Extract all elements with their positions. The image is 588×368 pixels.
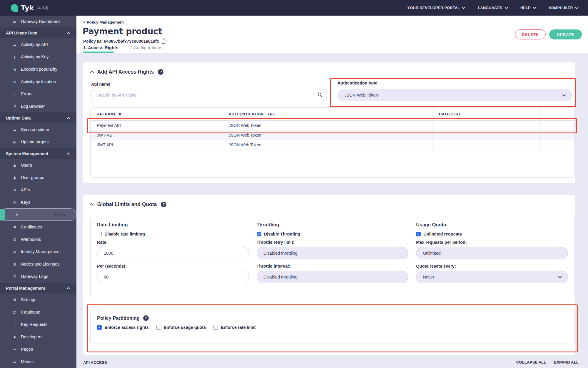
expand-all-button[interactable]: EXPAND ALL [554, 360, 579, 364]
users-icon: ♟ [12, 335, 18, 339]
sidebar-item-errors[interactable]: ☄ Errors [0, 88, 76, 100]
quota-resets-select[interactable]: Never [416, 271, 568, 283]
disable-rate-limiting-checkbox[interactable]: ✓ Disable rate limiting [97, 232, 249, 236]
active-tab-underline [83, 52, 114, 53]
delete-button[interactable]: DELETE [515, 29, 546, 39]
authentication-type-select[interactable]: JSON Web Token [338, 89, 572, 101]
api-access-section-header[interactable]: API ACCESS [83, 360, 107, 365]
sidebar-item-keys[interactable]: ⁂ Keys [0, 196, 76, 208]
rate-input[interactable] [97, 247, 249, 259]
help-icon[interactable]: ? [158, 69, 163, 75]
disable-throttling-checkbox[interactable]: ✓ Disable Throttling [257, 232, 409, 236]
page-title: Payment product [83, 26, 162, 36]
checkbox[interactable]: ✓ [97, 232, 102, 236]
sidebar-section-uptime-data[interactable]: Uptime Data [0, 112, 76, 123]
column-header-blank [540, 108, 574, 120]
sidebar-item-webhooks[interactable]: Ω Webhooks [0, 233, 76, 246]
chevron-down-icon [533, 6, 536, 9]
sidebar-item-uptime-targets[interactable]: ▤ Uptime targets [0, 136, 76, 148]
sidebar-item-log-browser[interactable]: ⚲ Log Browser [0, 100, 76, 112]
unlimited-requests-checkbox[interactable]: ✓ Unlimited requests [416, 232, 568, 236]
table-row-payment-api[interactable]: Payment API JSON Web Token [91, 121, 574, 130]
monitor-icon: ▭ [12, 19, 18, 24]
help-icon[interactable]: ? [161, 202, 166, 207]
sidebar-item-activity-by-location[interactable]: ⊕ Activity by location [0, 75, 76, 88]
sidebar-item-menus[interactable]: ≡ Menus [0, 355, 76, 368]
global-limits-card: Global Limits and Quota ? Rate Limiting … [83, 195, 575, 355]
phone-icon: ➥ [12, 250, 18, 254]
menu-admin-user[interactable]: ADMIN USER [549, 6, 578, 10]
sidebar-section-system-management[interactable]: System Management [0, 148, 76, 159]
copy-icon[interactable] [162, 39, 166, 44]
sidebar-item-gateway-logs[interactable]: ⚲ Gateway Logs [0, 270, 76, 283]
section-title: Add API Access Rights [97, 69, 154, 75]
throttle-interval-label: Throttle interval: [257, 264, 409, 268]
sidebar-item-gateway-dashboard[interactable]: ▭ Gateway Dashboard [0, 16, 76, 27]
sidebar-item-nodes-and-licenses[interactable]: ♜ Nodes and Licenses [0, 258, 76, 270]
tab-access-rights[interactable]: 1. Access Rights [83, 45, 118, 50]
throttle-retry-limit-input [257, 247, 409, 259]
version-label: (4.3.3) [37, 6, 49, 10]
tab-configurations[interactable]: 2.Configurations [130, 45, 162, 50]
menu-help[interactable]: HELP [520, 6, 536, 10]
checkbox[interactable]: ✓ [213, 325, 218, 330]
update-button[interactable]: UPDATE [549, 29, 582, 39]
sidebar-item-certificates[interactable]: ✹ Certificates [0, 221, 76, 233]
sidebar-item-activity-by-api[interactable]: ☁ Activity by API [0, 38, 76, 51]
sidebar-item-developers[interactable]: ♟ Developers [0, 331, 76, 343]
api-search-input[interactable] [90, 89, 327, 101]
sidebar-item-apis[interactable]: ⚙ APIs [0, 184, 76, 196]
sidebar-item-policies[interactable]: ⚜ Policies [0, 208, 76, 221]
menu-languages[interactable]: LANGUAGES [478, 6, 507, 10]
tab-bar: 1. Access Rights 2.Configurations [83, 45, 162, 50]
table-row-jwt-v2[interactable]: JWT-V2 JSON Web Token [91, 130, 574, 140]
authentication-type-label: Authentication type [338, 81, 377, 85]
per-seconds-input[interactable] [97, 271, 249, 283]
limits-box: Rate Limiting ✓ Disable rate limiting Ra… [90, 217, 575, 298]
checkbox-checked[interactable]: ✓ [97, 325, 102, 330]
users-icon: ♟ [12, 175, 18, 180]
sidebar-item-key-requests[interactable]: ∴ Key Requests [0, 318, 76, 331]
sidebar-item-service-uptime[interactable]: ☁ Service uptime [0, 123, 76, 136]
bell-icon: Ω [12, 237, 18, 242]
checkbox[interactable]: ✓ [156, 325, 161, 330]
help-icon[interactable]: ? [143, 315, 149, 321]
sidebar-item-endpoint-popularity[interactable]: ⋔ Endpoint popularity [0, 63, 76, 75]
sort-icon[interactable]: ⇅ [118, 112, 121, 116]
sidebar-item-pages[interactable]: ❧ Pages [0, 343, 76, 355]
collapse-chevron-icon[interactable] [90, 70, 94, 74]
tyk-logo[interactable]: Tyk (4.3.3) [11, 4, 48, 12]
sidebar-item-catalogue[interactable]: ▤ Catalogue [0, 306, 76, 318]
collapse-chevron-icon[interactable] [90, 203, 94, 207]
menu-developer-portal[interactable]: YOUR DEVELOPER PORTAL [407, 6, 465, 10]
sidebar-section-api-usage-data[interactable]: API Usage Data [0, 27, 76, 38]
sidebar-item-users[interactable]: ♟ Users [0, 159, 76, 171]
rate-limiting-column: Rate Limiting ✓ Disable rate limiting Ra… [97, 222, 249, 298]
per-seconds-label: Per (seconds): [97, 264, 249, 268]
api-search [90, 89, 327, 101]
enforce-usage-quota-checkbox[interactable]: ✓ Enforce usage quota [156, 325, 206, 330]
sidebar-item-identity-management[interactable]: ➥ Identity Management [0, 246, 76, 258]
rate-limiting-title: Rate Limiting [97, 222, 249, 228]
enforce-access-rights-checkbox[interactable]: ✓ Enforce access rights [97, 325, 149, 330]
sidebar-item-user-groups[interactable]: ♟ User groups [0, 171, 76, 184]
certificate-icon: ✹ [12, 225, 18, 229]
globe-icon: ⊕ [12, 79, 18, 84]
checkbox-checked[interactable]: ✓ [257, 232, 261, 236]
collapse-all-button[interactable]: COLLAPSE ALL [516, 360, 546, 364]
table-row-jwt-api[interactable]: JWT API JSON Web Token [91, 140, 574, 150]
checkbox-checked[interactable]: ✓ [416, 232, 421, 236]
enforce-rate-limit-checkbox[interactable]: ✓ Enforce rate limit [213, 325, 255, 330]
wrench-icon: ⚒ [12, 298, 18, 302]
chevron-up-icon [67, 32, 70, 35]
bomb-icon: ☄ [12, 92, 18, 96]
breadcrumb[interactable]: < Policy Management [83, 20, 124, 24]
sidebar-section-portal-management[interactable]: Portal Management [0, 283, 76, 294]
chevron-down-icon [505, 6, 508, 9]
column-header-api-name[interactable]: API NAME ⇅ [91, 108, 222, 120]
sidebar-item-activity-by-key[interactable]: ⚷ Activity by Key [0, 51, 76, 63]
top-bar: Tyk (4.3.3) YOUR DEVELOPER PORTAL LANGUA… [0, 0, 588, 16]
sidebar-item-settings[interactable]: ⚒ Settings [0, 294, 76, 306]
brand-name: Tyk [21, 4, 34, 12]
list-icon: ▤ [12, 140, 18, 144]
